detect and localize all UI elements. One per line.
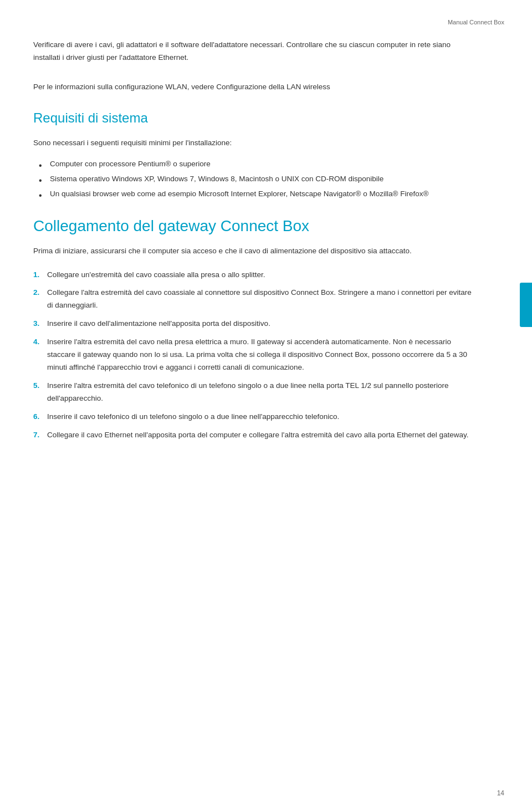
list-item: 6. Inserire il cavo telefonico di un tel… (33, 411, 477, 423)
list-item: 5. Inserire l'altra estremità del cavo t… (33, 380, 477, 405)
page-number: 14 (497, 789, 504, 797)
gateway-steps-list: 1. Collegare un'estremità del cavo coass… (33, 269, 477, 442)
gateway-intro: Prima di iniziare, assicurarsi che il co… (33, 245, 477, 258)
intro-text-1: Verificare di avere i cavi, gli adattato… (33, 39, 477, 64)
header-title: Manual Connect Box (448, 19, 504, 25)
page-header: Manual Connect Box (0, 11, 532, 32)
page-footer: 14 (497, 789, 504, 797)
content-area: Verificare di avere i cavi, gli adattato… (0, 11, 532, 492)
system-requirements-title: Requisiti di sistema (33, 110, 477, 126)
gateway-section-title: Collegamento del gateway Connect Box (33, 217, 477, 235)
list-item: Computer con processore Pentium® o super… (39, 158, 477, 171)
system-requirements-list: Computer con processore Pentium® o super… (33, 158, 477, 201)
system-requirements-subtitle: Sono necessari i seguenti requisiti mini… (33, 137, 477, 150)
list-item: Un qualsiasi browser web come ad esempio… (39, 188, 477, 201)
list-item: 1. Collegare un'estremità del cavo coass… (33, 269, 477, 282)
intro-text-2: Per le informazioni sulla configurazione… (33, 81, 477, 94)
list-item: 7. Collegare il cavo Ethernet nell'appos… (33, 429, 477, 442)
list-item: 2. Collegare l'altra estremità del cavo … (33, 287, 477, 312)
list-item: Sistema operativo Windows XP, Windows 7,… (39, 173, 477, 186)
sidebar-tab (520, 283, 532, 327)
list-item: 3. Inserire il cavo dell'alimentazione n… (33, 318, 477, 330)
page-container: Manual Connect Box Verificare di avere i… (0, 11, 532, 797)
list-item: 4. Inserire l'altra estremità del cavo n… (33, 336, 477, 374)
